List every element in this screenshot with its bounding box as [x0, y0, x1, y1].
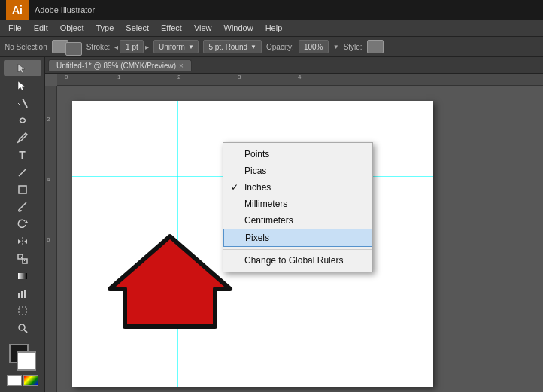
svg-line-1 [18, 103, 20, 105]
tool-type[interactable]: T [4, 147, 41, 163]
tool-line[interactable] [4, 164, 41, 180]
main-area: T [0, 57, 543, 392]
menu-item-picas-label: Picas [244, 166, 266, 176]
menu-item-global-rulers[interactable]: Change to Global Rulers [223, 252, 372, 269]
tool-scale[interactable] [4, 251, 41, 267]
menu-file[interactable]: File [3, 22, 27, 34]
stroke-style-dropdown[interactable]: Uniform ▼ [153, 40, 199, 53]
ruler-num-3: 3 [238, 74, 241, 81]
menu-object[interactable]: Object [55, 22, 89, 34]
menu-item-centimeters-label: Centimeters [244, 215, 293, 226]
menu-effect[interactable]: Effect [156, 22, 187, 34]
opacity-value[interactable]: 100% [299, 40, 329, 53]
tool-gradient[interactable] [4, 269, 41, 284]
menu-item-inches[interactable]: ✓ Inches [223, 179, 372, 196]
ruler-num-v2: 4 [47, 176, 50, 183]
stroke-label: Stroke: [86, 43, 111, 51]
menu-select[interactable]: Select [120, 22, 154, 34]
ruler-num-v1: 2 [47, 116, 50, 123]
background-color[interactable] [17, 351, 36, 371]
app-title: Adobe Illustrator [35, 5, 95, 14]
ruler-num-0: 0 [65, 74, 68, 81]
style-swatch[interactable] [367, 40, 384, 53]
titlebar: Ai Adobe Illustrator [0, 0, 543, 20]
menu-edit[interactable]: Edit [29, 22, 53, 34]
menu-window[interactable]: Window [219, 22, 259, 34]
menu-item-global-rulers-label: Change to Global Rulers [244, 255, 343, 266]
tab-title: Untitled-1* @ 89% (CMYK/Preview) [56, 62, 176, 70]
ruler-num-1: 1 [117, 74, 120, 81]
tool-magic-wand[interactable] [4, 95, 41, 111]
menu-item-pixels-label: Pixels [245, 232, 269, 243]
svg-line-2 [19, 169, 26, 176]
color-swatches[interactable] [9, 344, 36, 371]
svg-rect-11 [21, 291, 23, 298]
ruler-num-v3: 6 [47, 236, 50, 243]
svg-rect-9 [18, 273, 27, 279]
tool-rotate[interactable] [4, 217, 41, 232]
ai-logo: Ai [6, 0, 29, 20]
menu-item-points-label: Points [244, 149, 269, 160]
tool-colors [4, 341, 41, 389]
menu-bar: File Edit Object Type Select Effect View… [0, 20, 543, 36]
menu-help[interactable]: Help [260, 22, 288, 34]
tool-reflect[interactable] [4, 234, 41, 250]
svg-point-14 [19, 324, 25, 330]
selection-label: No Selection [5, 43, 47, 51]
svg-rect-13 [19, 307, 26, 315]
svg-rect-10 [18, 293, 20, 298]
menu-separator [223, 249, 372, 250]
svg-line-15 [24, 330, 27, 333]
canvas-wrapper: Points Picas ✓ Inches Millimeters Centim… [57, 86, 543, 392]
tool-rect[interactable] [4, 181, 41, 197]
ruler-num-4: 4 [298, 74, 301, 81]
brush-size-dropdown[interactable]: 5 pt. Round ▼ [203, 40, 262, 53]
tab-bar: Untitled-1* @ 89% (CMYK/Preview) × [45, 57, 543, 74]
toolbox: T [0, 57, 45, 392]
tool-zoom[interactable] [4, 321, 41, 336]
gradient-swatch[interactable] [23, 375, 38, 386]
check-icon: ✓ [231, 182, 238, 193]
svg-line-0 [23, 99, 27, 108]
menu-item-millimeters[interactable]: Millimeters [223, 196, 372, 212]
options-bar: No Selection Stroke: ◂ 1 pt ▸ Uniform ▼ … [0, 36, 543, 57]
menu-item-pixels[interactable]: Pixels [223, 229, 372, 247]
svg-rect-12 [24, 290, 26, 298]
style-label: Style: [344, 43, 363, 51]
menu-type[interactable]: Type [91, 22, 120, 34]
canvas-area: Untitled-1* @ 89% (CMYK/Preview) × 0 1 2… [45, 57, 543, 392]
svg-marker-4 [25, 220, 28, 223]
menu-item-centimeters[interactable]: Centimeters [223, 212, 372, 229]
stroke-color-swatch[interactable] [65, 42, 82, 56]
tool-direct-select[interactable] [4, 77, 41, 93]
none-swatch[interactable] [7, 375, 22, 386]
opacity-label: Opacity: [266, 43, 294, 51]
menu-item-inches-label: Inches [244, 182, 271, 193]
menu-item-points[interactable]: Points [223, 146, 372, 163]
stroke-value-box[interactable]: 1 pt [120, 40, 144, 53]
tool-select[interactable] [4, 60, 41, 76]
ruler-num-2: 2 [177, 74, 180, 81]
menu-view[interactable]: View [189, 22, 217, 34]
ruler-left: 2 4 6 [45, 86, 57, 392]
tool-pen[interactable] [4, 129, 41, 145]
tool-artboard[interactable] [4, 303, 41, 319]
context-menu: Points Picas ✓ Inches Millimeters Centim… [223, 142, 373, 272]
guide-vertical [177, 101, 178, 387]
tool-graph[interactable] [4, 286, 41, 302]
svg-rect-3 [19, 186, 26, 193]
canvas-tab[interactable]: Untitled-1* @ 89% (CMYK/Preview) × [48, 59, 192, 71]
tab-close-button[interactable]: × [179, 62, 184, 70]
tool-paintbrush[interactable] [4, 199, 41, 215]
menu-item-picas[interactable]: Picas [223, 163, 372, 179]
ruler-top: 0 1 2 3 4 [57, 74, 543, 86]
tool-lasso[interactable] [4, 112, 41, 128]
menu-item-millimeters-label: Millimeters [244, 199, 287, 209]
